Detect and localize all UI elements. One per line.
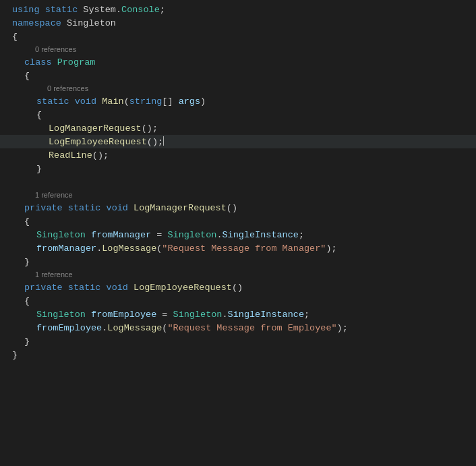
method-log-manager-call: LogManagerRequest — [49, 123, 142, 134]
line-content-26: } — [22, 337, 476, 347]
class-singleton2: Singleton — [167, 230, 216, 240]
line-content-18: Singleton fromManager = Singleton.Single… — [34, 230, 476, 240]
keyword-static: static — [45, 5, 78, 15]
ref-line-4: 0 references — [0, 43, 476, 55]
code-line-20: } — [0, 255, 476, 268]
class-program: Program — [57, 57, 96, 67]
line-content-10: LogManagerRequest(); — [46, 123, 476, 134]
keyword-void2: void — [107, 203, 128, 213]
line-content-12: ReadLine(); — [46, 150, 476, 161]
code-line-26: } — [0, 334, 476, 348]
keyword-void: void — [75, 96, 96, 107]
line-content-2: namespace Singleton — [9, 18, 476, 28]
code-line-6: { — [0, 69, 476, 82]
keyword-private: private — [24, 203, 63, 213]
code-line-10: LogManagerRequest(); — [0, 121, 476, 135]
ref-line-15: 1 reference — [0, 189, 476, 201]
line-content-19: fromManager.LogMessage("Request Message … — [34, 243, 476, 254]
method-log-employee-call: LogEmployeeRequest — [49, 137, 147, 147]
code-line-blank — [0, 175, 476, 189]
var-from-manager2: fromManager — [36, 243, 96, 254]
ref-text-4: 0 references — [35, 45, 76, 53]
code-line-3: { — [0, 30, 476, 43]
line-content-16: private static void LogManagerRequest() — [22, 203, 476, 213]
code-line-9: { — [0, 108, 476, 121]
code-line-27: } — [0, 348, 476, 361]
class-singleton1: Singleton — [36, 230, 86, 240]
line-content-blank — [9, 177, 476, 187]
line-content-6: { — [22, 71, 476, 81]
method-log-message2: LogMessage — [107, 323, 162, 333]
method-readline: ReadLine — [49, 150, 92, 161]
line-content-20: } — [22, 257, 476, 267]
line-content-11: LogEmployeeRequest(); — [46, 137, 476, 147]
code-line-23: { — [0, 294, 476, 308]
method-log-message1: LogMessage — [102, 243, 156, 254]
code-line-22: private static void LogEmployeeRequest() — [0, 281, 476, 294]
line-content-23: { — [22, 296, 476, 306]
keyword-using: using — [12, 5, 40, 15]
keyword-static3: static — [68, 203, 101, 213]
string-manager-msg: "Request Message from Manager" — [162, 243, 326, 254]
code-line-8: static void Main(string[] args) — [0, 94, 476, 108]
keyword-private2: private — [24, 283, 63, 293]
line-content-3: { — [9, 32, 476, 42]
code-line-5: class Program — [0, 55, 476, 69]
line-content-5: class Program — [22, 57, 476, 67]
code-line-19: fromManager.LogMessage("Request Message … — [0, 241, 476, 255]
prop-single-instance1: SingleInstance — [222, 230, 299, 240]
code-line-18: Singleton fromManager = Singleton.Single… — [0, 228, 476, 241]
line-content-8: static void Main(string[] args) — [34, 96, 476, 107]
param-args: args — [179, 96, 200, 107]
code-line-1: using static System.Console; — [0, 3, 476, 16]
code-editor: using static System.Console; namespace S… — [0, 0, 476, 466]
line-content-9: { — [34, 110, 476, 120]
method-main: Main — [102, 96, 123, 107]
code-line-24: Singleton fromEmployee = Singleton.Singl… — [0, 308, 476, 321]
ref-text-15: 1 reference — [35, 191, 73, 199]
line-content-24: Singleton fromEmployee = Singleton.Singl… — [34, 310, 476, 320]
keyword-class: class — [24, 57, 52, 67]
code-line-12: ReadLine(); — [0, 148, 476, 162]
ref-line-7: 0 references — [0, 82, 476, 94]
code-line-25: fromEmployee.LogMessage("Request Message… — [0, 321, 476, 334]
code-line-2: namespace Singleton — [0, 16, 476, 30]
keyword-namespace: namespace — [12, 18, 61, 28]
code-line-13: } — [0, 162, 476, 175]
prop-single-instance2: SingleInstance — [228, 310, 304, 320]
var-from-manager: fromManager — [91, 230, 151, 240]
line-content-22: private static void LogEmployeeRequest() — [22, 283, 476, 293]
line-content-1: using static System.Console; — [9, 5, 476, 15]
class-singleton3: Singleton — [36, 310, 86, 320]
ref-text-21: 1 reference — [35, 270, 73, 279]
line-content-27: } — [9, 350, 476, 360]
code-line-17: { — [0, 214, 476, 228]
var-from-employee: fromEmployee — [91, 310, 156, 320]
ref-line-21: 1 reference — [0, 268, 476, 281]
keyword-void3: void — [107, 283, 128, 293]
keyword-static2: static — [36, 96, 69, 107]
line-content-13: } — [34, 164, 476, 174]
string-employee-msg: "Request Message from Employee" — [167, 323, 336, 333]
keyword-static4: static — [68, 283, 101, 293]
keyword-string: string — [129, 96, 162, 107]
class-console: Console — [121, 5, 160, 15]
var-from-employee2: fromEmployee — [36, 323, 102, 333]
line-content-17: { — [22, 216, 476, 227]
code-line-16: private static void LogManagerRequest() — [0, 201, 476, 214]
method-log-employee-def: LogEmployeeRequest — [133, 283, 232, 293]
line-content-25: fromEmployee.LogMessage("Request Message… — [34, 323, 476, 333]
ref-text-7: 0 references — [47, 84, 88, 92]
class-singleton4: Singleton — [173, 310, 222, 320]
text-cursor — [163, 136, 164, 146]
code-line-11: LogEmployeeRequest(); — [0, 135, 476, 148]
method-log-manager-def: LogManagerRequest — [133, 203, 227, 213]
